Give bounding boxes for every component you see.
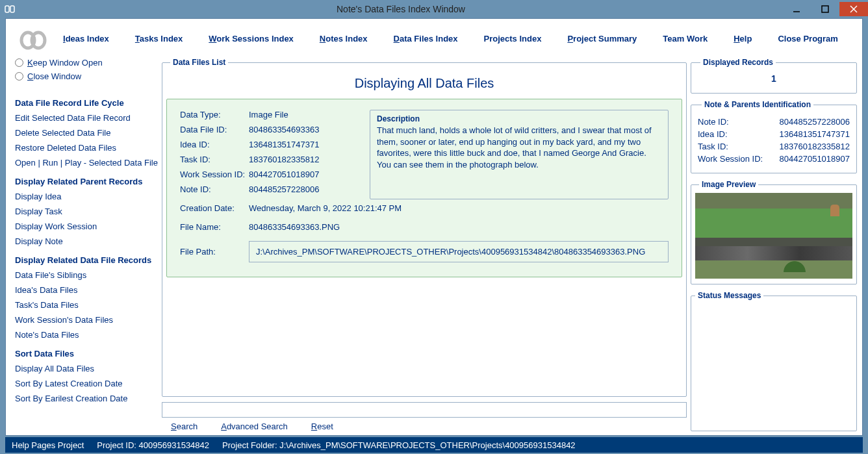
status-help-pages[interactable]: Help Pages Project <box>12 440 84 450</box>
radio-keep-window-open[interactable]: Keep Window Open <box>15 58 158 68</box>
displayed-records-count: 1 <box>696 73 851 84</box>
val-task-id: 183760182335812 <box>249 155 362 164</box>
search-link[interactable]: Search <box>171 422 198 431</box>
rid-idea-lbl: Idea ID: <box>698 129 728 139</box>
status-project-id: Project ID: 400956931534842 <box>97 440 209 450</box>
app-icon <box>1 0 19 18</box>
link-tasks-datafiles[interactable]: Task's Data Files <box>15 300 158 310</box>
lbl-data-file-id: Data File ID: <box>180 125 249 134</box>
note-parents-id-legend: Note & Parents Identification <box>702 100 813 109</box>
svg-rect-3 <box>822 6 828 12</box>
link-display-task[interactable]: Display Task <box>15 207 158 216</box>
link-display-idea[interactable]: Display Idea <box>15 192 158 201</box>
link-display-note[interactable]: Display Note <box>15 236 158 246</box>
image-preview-group: Image Preview <box>691 180 857 284</box>
rid-task-val: 183760182335812 <box>780 142 850 151</box>
link-siblings[interactable]: Data File's Siblings <box>15 270 158 280</box>
maximize-button[interactable] <box>811 2 839 16</box>
link-display-all[interactable]: Display All Data Files <box>15 364 158 373</box>
val-idea-id: 136481351747371 <box>249 140 362 149</box>
window-title: Note's Data Files Index Window <box>19 4 782 14</box>
val-data-type: Image File <box>249 110 362 120</box>
link-work-datafiles[interactable]: Work Session's Data Files <box>15 315 158 325</box>
val-data-file-id: 804863354693363 <box>249 125 362 134</box>
status-messages-group: Status Messages <box>691 291 857 431</box>
val-creation: Wednesday, March 9, 2022 10:21:47 PM <box>249 203 669 213</box>
menu-help[interactable]: Help <box>734 34 752 44</box>
lbl-creation: Creation Date: <box>180 203 249 213</box>
advanced-search-link[interactable]: Advanced Search <box>221 422 288 431</box>
lbl-note-id: Note ID: <box>180 184 249 194</box>
menu-work-sessions-index[interactable]: Work Sessions Index <box>209 34 294 44</box>
sidebar-heading-related: Display Related Data File Records <box>15 255 158 265</box>
lbl-file-path: File Path: <box>180 247 249 257</box>
menu-project-summary[interactable]: Project Summary <box>567 34 637 44</box>
data-files-list-legend: Data Files List <box>170 58 228 67</box>
svg-rect-1 <box>10 6 14 12</box>
menu-projects-index[interactable]: Projects Index <box>484 34 542 44</box>
displayed-records-group: Displayed Records 1 <box>691 58 857 94</box>
search-input[interactable] <box>162 402 687 418</box>
image-preview-legend: Image Preview <box>699 180 758 189</box>
description-text: That much land, holds a whole lot of wil… <box>377 125 661 170</box>
lbl-work-id: Work Session ID: <box>180 170 249 179</box>
reset-link[interactable]: Reset <box>311 422 333 431</box>
radio-close-window[interactable]: Close Window <box>15 71 158 81</box>
lbl-data-type: Data Type: <box>180 110 249 120</box>
description-box: Description That much land, holds a whol… <box>370 110 669 199</box>
menu-bar: Ideas Index Tasks Index Work Sessions In… <box>6 19 862 58</box>
val-file-path: J:\Archives_PM\SOFTWARE\PROJECTS_OTHER\P… <box>249 241 669 262</box>
lbl-idea-id: Idea ID: <box>180 140 249 149</box>
menu-close-program[interactable]: Close Program <box>778 34 837 44</box>
lbl-task-id: Task ID: <box>180 155 249 164</box>
status-messages-legend: Status Messages <box>695 291 763 300</box>
link-delete-selected[interactable]: Delete Selected Data File <box>15 128 158 138</box>
note-parents-id-group: Note & Parents Identification Note ID:80… <box>691 100 857 173</box>
description-heading: Description <box>377 114 661 123</box>
val-note-id: 804485257228006 <box>249 184 362 194</box>
status-project-folder: Project Folder: J:\Archives_PM\SOFTWARE\… <box>222 440 576 450</box>
minimize-button[interactable] <box>782 2 811 16</box>
data-files-list-group: Data Files List Displaying All Data File… <box>162 58 687 397</box>
link-notes-datafiles[interactable]: Note's Data Files <box>15 330 158 340</box>
sidebar: Keep Window Open Close Window Data File … <box>15 58 158 431</box>
menu-ideas-index[interactable]: Ideas Index <box>63 34 109 44</box>
app-logo-icon <box>15 25 51 51</box>
image-preview[interactable] <box>695 193 852 279</box>
close-button[interactable] <box>839 2 868 16</box>
rid-idea-val: 136481351747371 <box>780 129 850 139</box>
displayed-records-legend: Displayed Records <box>700 58 776 67</box>
menu-notes-index[interactable]: Notes Index <box>320 34 368 44</box>
rid-work-lbl: Work Session ID: <box>698 154 763 164</box>
window-titlebar: Note's Data Files Index Window <box>0 0 868 18</box>
sidebar-heading-lifecycle: Data File Record Life Cycle <box>15 98 158 108</box>
menu-tasks-index[interactable]: Tasks Index <box>135 34 183 44</box>
rid-task-lbl: Task ID: <box>698 142 728 151</box>
link-sort-latest[interactable]: Sort By Latest Creation Date <box>15 379 158 388</box>
rid-work-val: 804427051018907 <box>780 154 850 164</box>
link-sort-earliest[interactable]: Sort By Earilest Creation Date <box>15 394 158 403</box>
link-restore-deleted[interactable]: Restore Deleted Data Files <box>15 143 158 153</box>
rid-note-val: 804485257228006 <box>780 117 850 127</box>
link-edit-selected[interactable]: Edit Selected Data File Record <box>15 113 158 123</box>
menu-data-files-index[interactable]: Data Files Index <box>394 34 458 44</box>
rid-note-lbl: Note ID: <box>698 117 729 127</box>
val-work-id: 804427051018907 <box>249 170 362 179</box>
svg-rect-0 <box>5 6 9 12</box>
sidebar-heading-sort: Sort Data Files <box>15 349 158 359</box>
status-bar: Help Pages Project Project ID: 400956931… <box>5 437 863 453</box>
data-file-record[interactable]: Data Type:Image File Data File ID:804863… <box>166 99 682 277</box>
link-open-run-play[interactable]: Open | Run | Play - Selected Data File <box>15 158 158 168</box>
lbl-file-name: File Name: <box>180 222 249 232</box>
menu-team-work[interactable]: Team Work <box>663 34 708 44</box>
sidebar-heading-parents: Display Related Parent Records <box>15 177 158 186</box>
val-file-name: 804863354693363.PNG <box>249 222 669 232</box>
link-display-work-session[interactable]: Display Work Session <box>15 221 158 231</box>
list-heading: Displaying All Data Files <box>166 76 682 91</box>
link-ideas-datafiles[interactable]: Idea's Data Files <box>15 285 158 295</box>
